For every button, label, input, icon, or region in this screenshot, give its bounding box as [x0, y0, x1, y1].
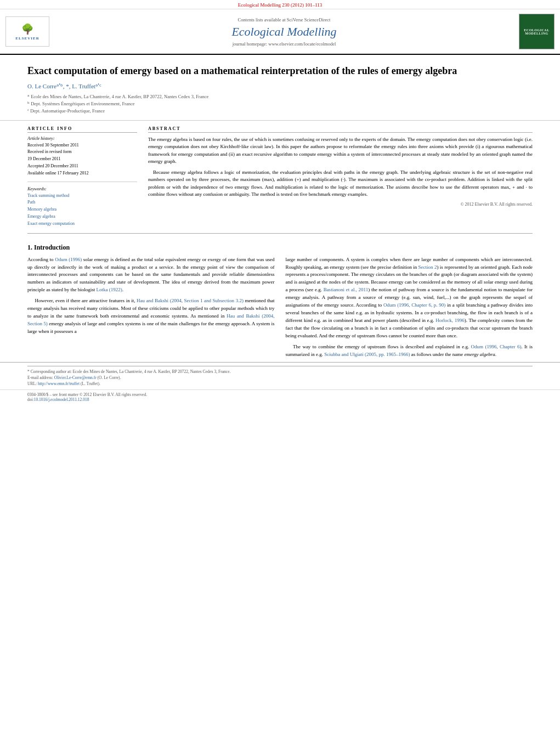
intro-body: According to Odum (1996) solar emergy is… — [0, 256, 560, 362]
journal-header: 🌳 ELSEVIER Contents lists available at S… — [0, 9, 560, 55]
affiliation-a: ᵃ Ecole des Mines de Nantes, La Chantrer… — [27, 93, 533, 100]
article-info-col: ARTICLE INFO Article history: Received 3… — [27, 126, 137, 228]
odum-1996-ch6-link2[interactable]: Odum (1996, Chapter 6) — [471, 344, 522, 349]
article-title: Exact computation of emergy based on a m… — [27, 65, 533, 77]
footnote-email: E-mail address: Olivier.Le-Corre@emn.fr … — [27, 375, 533, 381]
info-divider — [27, 182, 137, 182]
intro-para-1: According to Odum (1996) solar emergy is… — [27, 256, 275, 295]
article-title-section: Exact computation of emergy based on a m… — [0, 55, 560, 121]
intro-right-text: large number of components. A system is … — [286, 256, 533, 359]
hau-bakshi-link-1[interactable]: Hau and Bakshi (2004, Section 1 and Subs… — [137, 298, 244, 303]
intro-left-text: According to Odum (1996) solar emergy is… — [27, 256, 275, 336]
received-date: Received 30 September 2011 — [27, 142, 137, 149]
affiliation-c: ᶜ Dept. Automatique-Productique, France — [27, 108, 533, 115]
affiliations: ᵃ Ecole des Mines de Nantes, La Chantrer… — [27, 93, 533, 114]
ecological-modelling-logo: ECOLOGICAL MODELLING — [519, 14, 555, 49]
journal-reference-bar: Ecological Modelling 230 (2012) 101–113 — [0, 0, 560, 9]
footnote-url: URL: http://www.emn.fr/truffet (L. Truff… — [27, 381, 533, 387]
article-info-heading: ARTICLE INFO — [27, 126, 137, 133]
intro-left-col: According to Odum (1996) solar emergy is… — [27, 256, 275, 362]
sciubba-link[interactable]: Sciubba and Ulgiati (2005, pp. 1965–1966… — [324, 352, 410, 357]
keywords-label: Keywords: — [27, 186, 137, 191]
keyword-1: Track summing method — [27, 193, 137, 200]
accepted-date: Accepted 20 December 2011 — [27, 163, 137, 170]
footnote-divider — [27, 366, 533, 366]
doi-link[interactable]: 10.1016/j.ecolmodel.2011.12.018 — [34, 397, 89, 402]
intro-heading-block: 1. Introduction — [0, 234, 560, 256]
eco-logo-text: ECOLOGICAL MODELLING — [522, 29, 552, 35]
intro-para-4: The way to combine the emergy of upstrea… — [286, 343, 533, 359]
keyword-3: Memory algebra — [27, 206, 137, 213]
footnotes-section: * Corresponding author at: Ecole des Min… — [0, 362, 560, 389]
elsevier-wordmark: ELSEVIER — [15, 36, 39, 41]
issn-line: 0304-3800/$ – see front matter © 2012 El… — [27, 392, 533, 397]
keyword-4: Emergy algebra — [27, 213, 137, 220]
intro-right-col: large number of components. A system is … — [286, 256, 533, 362]
lotka-link[interactable]: Lotka (1922) — [96, 287, 122, 292]
received-revised-date: Received in revised form19 December 2011 — [27, 149, 137, 163]
abstract-paragraph-1: The emergy algebra is based on four rule… — [148, 136, 533, 166]
doi-line: doi:10.1016/j.ecolmodel.2011.12.018 — [27, 397, 533, 402]
odum-1996-ch6-link[interactable]: Odum (1996, Chapter 6, p. 90) — [383, 302, 445, 308]
info-abstract-section: ARTICLE INFO Article history: Received 3… — [0, 121, 560, 233]
abstract-col: ABSTRACT The emergy algebra is based on … — [148, 126, 533, 228]
bastianoni-link[interactable]: Bastianoni et al., 2011 — [324, 287, 369, 292]
url-link[interactable]: http://www.emn.fr/truffet — [38, 381, 80, 386]
journal-header-center: Contents lists available at SciVerse Sci… — [58, 17, 511, 47]
elsevier-logo: 🌳 ELSEVIER — [5, 16, 49, 47]
abstract-paragraph-2: Because emergy algebra follows a logic o… — [148, 169, 533, 199]
abstract-heading: ABSTRACT — [148, 126, 533, 133]
homepage-text: journal homepage: www.elsevier.com/locat… — [233, 41, 336, 47]
journal-ref-text: Ecological Modelling 230 (2012) 101–113 — [238, 2, 323, 8]
keyword-2: Path — [27, 199, 137, 206]
available-date: Available online 17 February 2012 — [27, 170, 137, 177]
journal-name-title: Ecological Modelling — [58, 25, 511, 39]
author-names: O. Le Correᵃʹᵇ, *, L. Truffetᵃʹᶜ — [27, 83, 101, 89]
copyright-line: © 2012 Elsevier B.V. All rights reserved… — [148, 202, 533, 207]
bottom-bar: 0304-3800/$ – see front matter © 2012 El… — [0, 389, 560, 404]
intro-para-2: However, even if there are attractive fe… — [27, 297, 275, 336]
abstract-text: The emergy algebra is based on four rule… — [148, 136, 533, 199]
contents-text: Contents lists available at SciVerse Sci… — [238, 17, 331, 22]
intro-section-title: 1. Introduction — [27, 244, 533, 252]
homepage-line: journal homepage: www.elsevier.com/locat… — [58, 41, 511, 47]
section2-link[interactable]: Section 2 — [418, 264, 437, 270]
intro-section-num: 1. — [27, 244, 32, 251]
email-link[interactable]: Olivier.Le-Corre@emn.fr — [54, 375, 97, 380]
intro-section-label: Introduction — [34, 244, 70, 251]
footnote-star: * Corresponding author at: Ecole des Min… — [27, 369, 533, 375]
sciverse-link-line: Contents lists available at SciVerse Sci… — [58, 17, 511, 22]
odum-1996-link-1[interactable]: Odum (1996) — [55, 257, 82, 262]
intro-para-3: large number of components. A system is … — [286, 256, 533, 340]
keyword-5: Exact emergy computation — [27, 220, 137, 228]
article-history-label: Article history: — [27, 136, 137, 141]
horlock-link[interactable]: Horlock, 1996 — [435, 318, 464, 323]
authors-line: O. Le Correᵃʹᵇ, *, L. Truffetᵃʹᶜ — [27, 83, 533, 90]
affiliation-b: ᵇ Dept. Systèmes Énergétiques et Environ… — [27, 100, 533, 108]
elsevier-tree-icon: 🌳 — [21, 23, 33, 35]
keywords-section: Keywords: Track summing method Path Memo… — [27, 186, 137, 228]
hau-bakshi-link-2[interactable]: Hau and Bakshi (2004, Section 5) — [27, 313, 274, 326]
article-dates: Received 30 September 2011 Received in r… — [27, 142, 137, 177]
